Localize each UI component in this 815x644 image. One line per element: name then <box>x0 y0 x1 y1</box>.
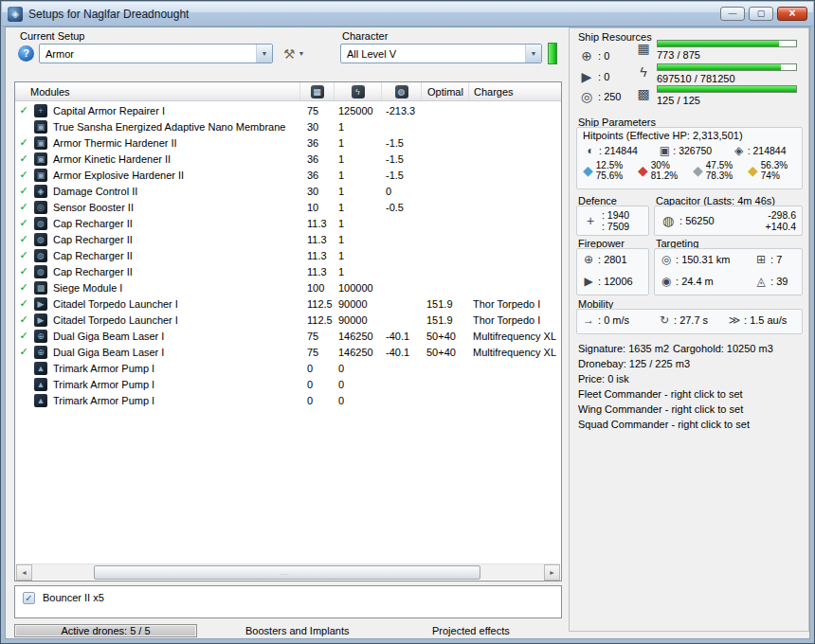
fitted-check-icon: ✓ <box>15 281 32 294</box>
module-cpu: 0 <box>299 363 334 374</box>
module-pg: 1 <box>334 266 381 277</box>
module-row[interactable]: ✓▩Siege Module I100100000 <box>15 279 561 295</box>
module-name: Trimark Armor Pump I <box>49 379 299 390</box>
stats-panel: Ship Resources ⊕ 0 ▶ 0 ◎ 250 ▦ 773 / 875… <box>569 27 809 632</box>
module-icon: ▶ <box>34 313 47 327</box>
modules-table-header: Modules ▦ ϟ ◍ Optimal Charges <box>15 82 561 101</box>
module-name: Cap Recharger II <box>49 266 299 277</box>
module-pg: 0 <box>334 395 381 406</box>
module-name: Dual Giga Beam Laser I <box>49 347 299 358</box>
module-cpu: 75 <box>299 105 334 116</box>
minimize-button[interactable]: — <box>720 7 745 21</box>
column-header-charges[interactable]: Charges <box>468 82 561 100</box>
module-icon: ◍ <box>34 217 47 230</box>
capacitor-recharge: +140.4 <box>766 221 796 232</box>
titlebar[interactable]: ◈ Setups for Naglfar Dreadnought — ▢ × <box>2 2 813 27</box>
module-name: Dual Giga Beam Laser I <box>49 331 299 342</box>
wing-commander-slot[interactable]: Wing Commander - right click to set <box>578 402 806 417</box>
fitted-check-icon: ✓ <box>15 265 32 277</box>
close-button[interactable]: × <box>777 7 807 21</box>
calibration: ◎ 250 <box>577 88 621 105</box>
module-row[interactable]: ✓◍Cap Recharger II11.31 <box>15 215 561 231</box>
module-row[interactable]: ✓⊕Dual Giga Beam Laser I75146250-40.150+… <box>15 344 561 360</box>
horizontal-scrollbar[interactable]: ◄ ► <box>16 564 560 580</box>
shield-resist-value: 47.5% <box>706 160 733 170</box>
module-row[interactable]: ✓▣Armor Explosive Hardener II361-1.5 <box>15 167 561 183</box>
modules-panel: Modules ▦ ϟ ◍ Optimal Charges ✓+Capital … <box>14 81 562 581</box>
boosters-implants-section[interactable]: Boosters and Implants <box>245 625 349 636</box>
targeting-max-targets-value: 7 <box>770 254 782 265</box>
explosive-damage-icon: ◆ <box>748 164 758 177</box>
scroll-right-button[interactable]: ► <box>544 564 560 581</box>
module-cpu: 112.5 <box>299 314 334 326</box>
module-pg: 1 <box>334 234 381 245</box>
module-row[interactable]: ▣True Sansha Energized Adaptive Nano Mem… <box>15 118 561 134</box>
module-row[interactable]: ▲Trimark Armor Pump I00 <box>15 360 561 376</box>
module-row[interactable]: ✓▶Citadel Torpedo Launcher I112.59000015… <box>15 312 561 328</box>
setup-combobox[interactable]: Armor ▼ <box>39 44 273 63</box>
module-optimal: 50+40 <box>421 331 468 342</box>
calibration-value: 250 <box>598 91 621 102</box>
module-cpu: 11.3 <box>299 250 334 261</box>
module-row[interactable]: ✓▶Citadel Torpedo Launcher I112.59000015… <box>15 295 561 312</box>
fitted-check-icon: ✓ <box>15 217 32 229</box>
scroll-left-button[interactable]: ◄ <box>16 564 32 581</box>
speed-icon: → <box>581 313 596 327</box>
resist-em: ◆12.5%75.6% <box>583 160 635 181</box>
module-row[interactable]: ✓◎Sensor Booster II101-0.5 <box>15 199 561 215</box>
armor-resist-value: 81.2% <box>651 170 678 181</box>
resist-thermal: ◆30%81.2% <box>638 160 690 181</box>
module-name: Armor Explosive Hardener II <box>49 170 299 181</box>
column-header-powergrid[interactable]: ϟ <box>334 82 381 100</box>
cpu-icon: ▦ <box>311 85 324 98</box>
column-header-modules[interactable]: Modules <box>15 82 299 100</box>
defence-value-1: 1940 <box>602 209 629 221</box>
module-charge: Thor Torpedo I <box>468 314 561 326</box>
hitpoints-title: Hitpoints (Effective HP: 2,313,501) <box>577 128 802 141</box>
fitted-check-icon: ✓ <box>15 152 32 165</box>
module-row[interactable]: ✓▣Armor Kinetic Hardener II361-1.5 <box>15 151 561 167</box>
module-cpu: 11.3 <box>299 234 334 245</box>
bandwidth-bar <box>657 85 797 93</box>
scrollbar-thumb[interactable] <box>94 565 480 580</box>
module-pg: 1 <box>334 202 381 213</box>
help-button[interactable]: ? <box>18 45 34 62</box>
character-combobox[interactable]: All Level V ▼ <box>340 44 542 63</box>
module-row[interactable]: ✓+Capital Armor Repairer I75125000-213.3 <box>15 102 561 118</box>
defence-icon: + <box>581 212 600 229</box>
module-cap: -213.3 <box>381 105 421 116</box>
module-cpu: 75 <box>299 347 334 358</box>
module-row[interactable]: ✓◍Cap Recharger II11.31 <box>15 263 561 279</box>
module-name: Cap Recharger II <box>49 234 299 245</box>
module-row[interactable]: ✓⊕Dual Giga Beam Laser I75146250-40.150+… <box>15 328 561 344</box>
module-optimal: 50+40 <box>421 347 468 358</box>
dronebay-info: Dronebay: 125 / 225 m3 <box>578 356 806 371</box>
setup-tools-button[interactable]: ⚒ ▼ <box>280 44 321 63</box>
drone-checkbox[interactable]: ✓ <box>23 592 35 604</box>
module-row[interactable]: ▲Trimark Armor Pump I00 <box>15 392 561 408</box>
squad-commander-slot[interactable]: Squad Commander - right click to set <box>578 417 806 432</box>
module-cpu: 100 <box>299 282 334 294</box>
chevron-down-icon[interactable]: ▼ <box>256 45 272 63</box>
module-row[interactable]: ✓◍Cap Recharger II11.31 <box>15 231 561 247</box>
column-header-capacitor[interactable]: ◍ <box>381 82 421 100</box>
character-label: Character <box>342 30 388 42</box>
fitted-check-icon: ✓ <box>15 185 32 197</box>
module-row[interactable]: ✓▣Armor Thermic Hardener II361-1.5 <box>15 134 561 151</box>
module-pg: 1 <box>334 153 381 165</box>
fleet-commander-slot[interactable]: Fleet Commander - right click to set <box>578 386 806 402</box>
maximize-button[interactable]: ▢ <box>749 7 773 21</box>
module-icon: ▲ <box>34 394 47 407</box>
chevron-down-icon[interactable]: ▼ <box>525 45 541 63</box>
projected-effects-section[interactable]: Projected effects <box>432 625 510 636</box>
module-row[interactable]: ✓◈Damage Control II3010 <box>15 183 561 199</box>
targeting-scan-res-value: 39 <box>770 276 788 287</box>
module-row[interactable]: ✓◍Cap Recharger II11.31 <box>15 247 561 263</box>
fitted-check-icon: ✓ <box>15 233 32 245</box>
shield-icon: ◐ <box>583 144 598 157</box>
active-drones-bar[interactable]: Active drones: 5 / 5 <box>14 624 197 637</box>
column-header-optimal[interactable]: Optimal <box>421 82 468 100</box>
mobility-align: ↻ 27.7 s <box>657 313 708 327</box>
module-row[interactable]: ▲Trimark Armor Pump I00 <box>15 376 561 392</box>
column-header-cpu[interactable]: ▦ <box>299 82 334 100</box>
